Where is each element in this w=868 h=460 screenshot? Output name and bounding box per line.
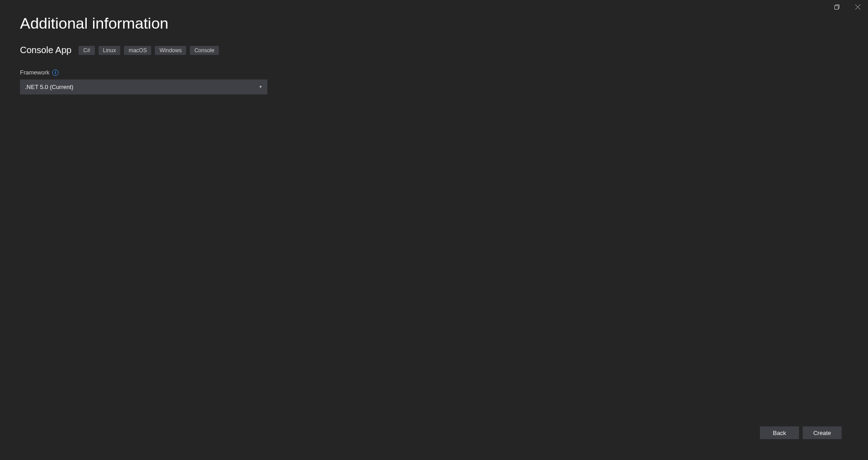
page-title: Additional information bbox=[20, 15, 848, 32]
create-button[interactable]: Create bbox=[803, 426, 842, 439]
template-name: Console App bbox=[20, 45, 71, 55]
framework-label: Framework bbox=[20, 69, 49, 76]
template-tag: Console bbox=[190, 46, 219, 55]
template-tag: Linux bbox=[99, 46, 121, 55]
footer-buttons: Back Create bbox=[760, 426, 842, 439]
template-row: Console App C# Linux macOS Windows Conso… bbox=[20, 45, 848, 55]
template-tag: macOS bbox=[124, 46, 151, 55]
svg-rect-0 bbox=[834, 5, 838, 9]
framework-selected-value: .NET 5.0 (Current) bbox=[25, 84, 74, 90]
chevron-down-icon: ▼ bbox=[259, 85, 262, 89]
info-icon[interactable]: i bbox=[52, 69, 59, 76]
template-tag: C# bbox=[79, 46, 94, 55]
main-content: Additional information Console App C# Li… bbox=[0, 0, 868, 109]
template-tags: C# Linux macOS Windows Console bbox=[79, 46, 219, 55]
back-button[interactable]: Back bbox=[760, 426, 799, 439]
close-icon bbox=[855, 5, 860, 10]
titlebar bbox=[826, 0, 868, 14]
template-tag: Windows bbox=[155, 46, 186, 55]
close-button[interactable] bbox=[847, 0, 868, 14]
maximize-restore-button[interactable] bbox=[826, 0, 847, 14]
framework-label-row: Framework i bbox=[20, 69, 848, 76]
restore-icon bbox=[834, 5, 839, 10]
framework-dropdown[interactable]: .NET 5.0 (Current) ▼ bbox=[20, 79, 267, 94]
